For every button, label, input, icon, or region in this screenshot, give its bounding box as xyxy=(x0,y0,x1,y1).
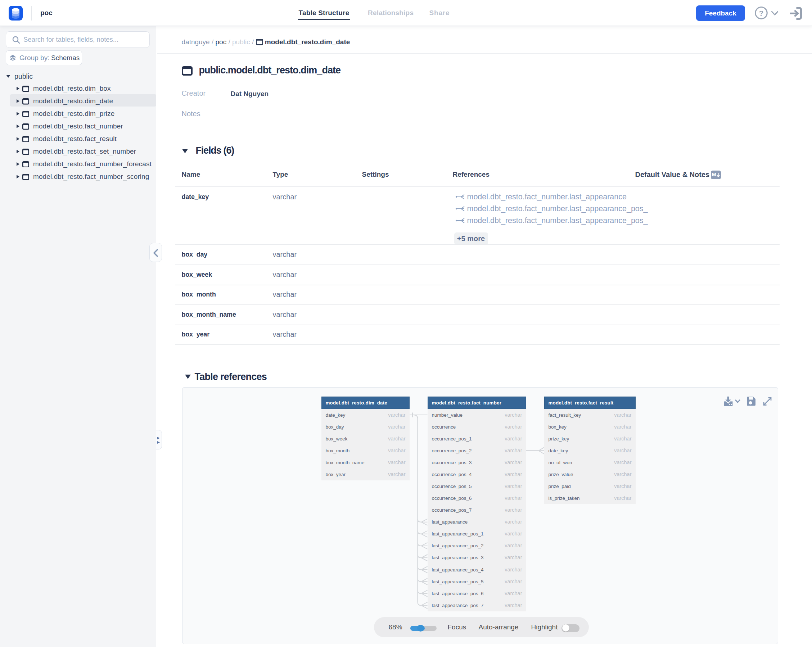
svg-text:?: ? xyxy=(759,9,764,17)
